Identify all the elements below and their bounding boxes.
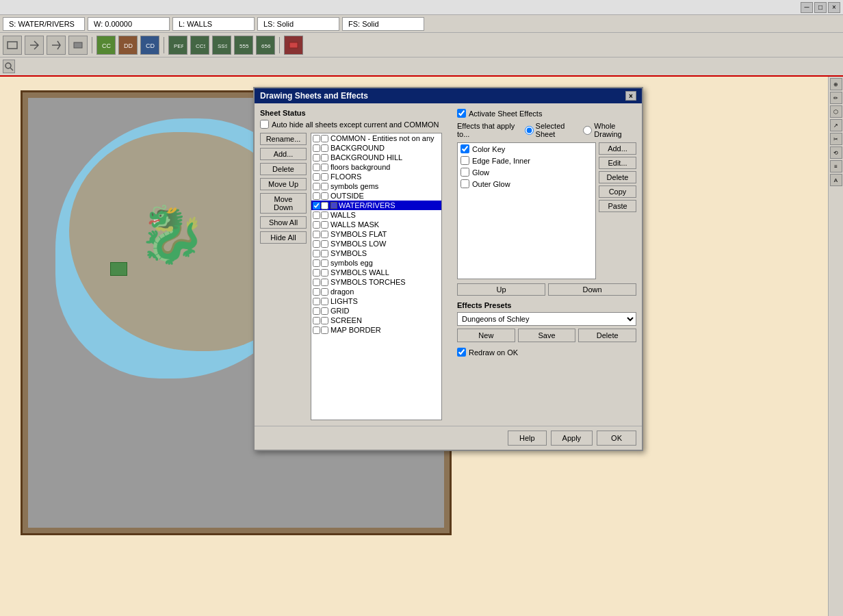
toolbar-btn-4[interactable] — [68, 36, 88, 55]
sheet-lock-checkbox[interactable] — [321, 269, 328, 277]
sheet-lock-checkbox[interactable] — [321, 279, 328, 286]
sheet-visibility-checkbox[interactable] — [313, 279, 320, 286]
sheet-visibility-checkbox[interactable] — [313, 173, 320, 181]
apply-button[interactable]: Apply — [551, 431, 593, 446]
effect-list-item[interactable]: Color Key — [458, 143, 595, 155]
sheet-visibility-checkbox[interactable] — [313, 317, 320, 324]
right-tool-6[interactable]: ⟲ — [830, 146, 842, 159]
sheet-visibility-checkbox[interactable] — [313, 269, 320, 277]
effect-checkbox[interactable] — [461, 156, 469, 165]
sheet-list-item[interactable]: OUTSIDE — [311, 191, 441, 201]
save-preset-button[interactable]: Save — [518, 329, 576, 342]
right-tool-7[interactable]: ≡ — [830, 160, 842, 172]
sheet-lock-checkbox[interactable] — [321, 202, 328, 209]
sheet-visibility-checkbox[interactable] — [313, 135, 320, 142]
right-tool-4[interactable]: ↗ — [830, 119, 842, 131]
toolbar-btn-5[interactable]: CC — [96, 36, 116, 55]
add-effect-button[interactable]: Add... — [599, 142, 636, 155]
sheet-visibility-checkbox[interactable] — [313, 298, 320, 305]
sheet-list-item[interactable]: FLOORS — [311, 172, 441, 181]
rename-button[interactable]: Rename... — [260, 133, 307, 145]
drawing-sheets-dialog[interactable]: Drawing Sheets and Effects × Sheet Statu… — [253, 87, 643, 451]
effect-list-item[interactable]: Edge Fade, Inner — [458, 155, 595, 166]
sheet-list[interactable]: COMMON - Entities not on anyBACKGROUNDBA… — [311, 133, 442, 420]
sheet-list-item[interactable]: WALLS — [311, 210, 441, 220]
sheet-visibility-checkbox[interactable] — [313, 221, 320, 229]
sheet-list-item[interactable]: SCREEN — [311, 316, 441, 325]
sheet-visibility-checkbox[interactable] — [313, 259, 320, 267]
sheet-lock-checkbox[interactable] — [321, 135, 328, 142]
right-tool-3[interactable]: ⬡ — [830, 105, 842, 118]
sheet-lock-checkbox[interactable] — [321, 221, 328, 229]
toolbar-btn-2[interactable] — [25, 36, 44, 55]
sheet-visibility-checkbox[interactable] — [313, 144, 320, 152]
sheet-list-item[interactable]: WATER/RIVERS — [311, 201, 441, 210]
maximize-button[interactable]: □ — [814, 2, 827, 13]
sheet-lock-checkbox[interactable] — [321, 173, 328, 181]
right-tool-8[interactable]: A — [830, 174, 842, 186]
selected-sheet-radio[interactable] — [525, 126, 534, 135]
sheet-lock-checkbox[interactable] — [321, 288, 328, 296]
presets-dropdown[interactable]: Dungeons of Schley — [457, 312, 636, 326]
copy-effect-button[interactable]: Copy — [599, 185, 636, 198]
effect-down-button[interactable]: Down — [548, 283, 636, 296]
toolbar-btn-10[interactable]: SSS — [212, 36, 231, 55]
right-tool-2[interactable]: ✏ — [830, 92, 842, 104]
effect-list-item[interactable]: Glow — [458, 166, 595, 178]
sheet-list-item[interactable]: MAP BORDER — [311, 325, 441, 335]
delete-sheet-button[interactable]: Delete — [260, 163, 307, 175]
ok-button[interactable]: OK — [597, 431, 636, 446]
sheet-list-item[interactable]: LIGHTS — [311, 296, 441, 306]
activate-effects-checkbox[interactable] — [457, 109, 466, 118]
sheet-lock-checkbox[interactable] — [321, 326, 328, 334]
sheet-lock-checkbox[interactable] — [321, 240, 328, 248]
right-tool-1[interactable]: ⊕ — [830, 78, 842, 90]
sheet-lock-checkbox[interactable] — [321, 211, 328, 219]
help-button[interactable]: Help — [508, 431, 547, 446]
sheet-lock-checkbox[interactable] — [321, 250, 328, 257]
toolbar-btn-7[interactable]: CD — [140, 36, 159, 55]
sheet-lock-checkbox[interactable] — [321, 144, 328, 152]
redraw-checkbox[interactable] — [457, 348, 466, 357]
effect-up-button[interactable]: Up — [457, 283, 545, 296]
zoom-btn[interactable] — [3, 60, 15, 73]
toolbar-btn-3[interactable] — [47, 36, 66, 55]
minimize-button[interactable]: ─ — [801, 2, 813, 13]
sheet-list-item[interactable]: GRID — [311, 306, 441, 316]
close-button[interactable]: × — [828, 2, 840, 13]
whole-drawing-radio[interactable] — [583, 126, 592, 135]
delete-effect-button[interactable]: Delete — [599, 171, 636, 183]
sheet-list-item[interactable]: SYMBOLS WALL — [311, 268, 441, 277]
sheet-visibility-checkbox[interactable] — [313, 307, 320, 315]
dialog-close-button[interactable]: × — [625, 91, 636, 101]
sheet-list-item[interactable]: floors background — [311, 162, 441, 172]
sheet-visibility-checkbox[interactable] — [313, 164, 320, 171]
sheet-list-item[interactable]: dragon — [311, 287, 441, 296]
move-down-button[interactable]: Move Down — [260, 193, 307, 214]
move-up-button[interactable]: Move Up — [260, 178, 307, 190]
toolbar-btn-13[interactable] — [284, 36, 303, 55]
sheet-visibility-checkbox[interactable] — [313, 326, 320, 334]
toolbar-btn-9[interactable]: CCS — [190, 36, 209, 55]
sheet-lock-checkbox[interactable] — [321, 164, 328, 171]
sheet-lock-checkbox[interactable] — [321, 298, 328, 305]
toolbar-btn-1[interactable] — [3, 36, 22, 55]
sheet-lock-checkbox[interactable] — [321, 192, 328, 200]
sheet-list-item[interactable]: BACKGROUND — [311, 143, 441, 153]
toolbar-btn-12[interactable]: 656 — [256, 36, 275, 55]
sheet-visibility-checkbox[interactable] — [313, 183, 320, 190]
show-all-button[interactable]: Show All — [260, 216, 307, 229]
auto-hide-checkbox[interactable] — [260, 120, 269, 129]
sheet-list-item[interactable]: SYMBOLS TORCHES — [311, 277, 441, 287]
sheet-list-item[interactable]: SYMBOLS — [311, 248, 441, 258]
hide-all-button[interactable]: Hide All — [260, 231, 307, 244]
sheet-visibility-checkbox[interactable] — [313, 231, 320, 238]
sheet-list-item[interactable]: symbols gems — [311, 181, 441, 191]
paste-effect-button[interactable]: Paste — [599, 200, 636, 212]
effect-checkbox[interactable] — [461, 179, 469, 188]
sheet-visibility-checkbox[interactable] — [313, 202, 320, 209]
effects-list[interactable]: Color KeyEdge Fade, InnerGlowOuter Glow — [457, 142, 596, 279]
right-tool-5[interactable]: ✂ — [830, 133, 842, 145]
sheet-list-item[interactable]: SYMBOLS LOW — [311, 239, 441, 248]
sheet-visibility-checkbox[interactable] — [313, 192, 320, 200]
